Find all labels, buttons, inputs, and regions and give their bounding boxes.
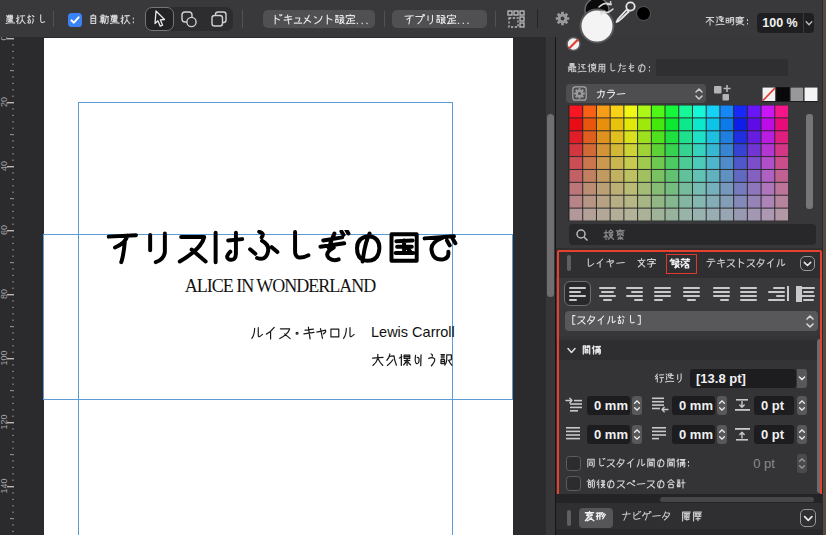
svg-text:140: 140 bbox=[0, 478, 9, 493]
svg-text:120: 120 bbox=[0, 414, 9, 429]
svg-text:60: 60 bbox=[0, 225, 9, 235]
svg-text:0: 0 bbox=[0, 37, 9, 41]
svg-text:100: 100 bbox=[0, 350, 9, 365]
svg-text:40: 40 bbox=[0, 161, 9, 171]
svg-text:20: 20 bbox=[0, 97, 9, 107]
